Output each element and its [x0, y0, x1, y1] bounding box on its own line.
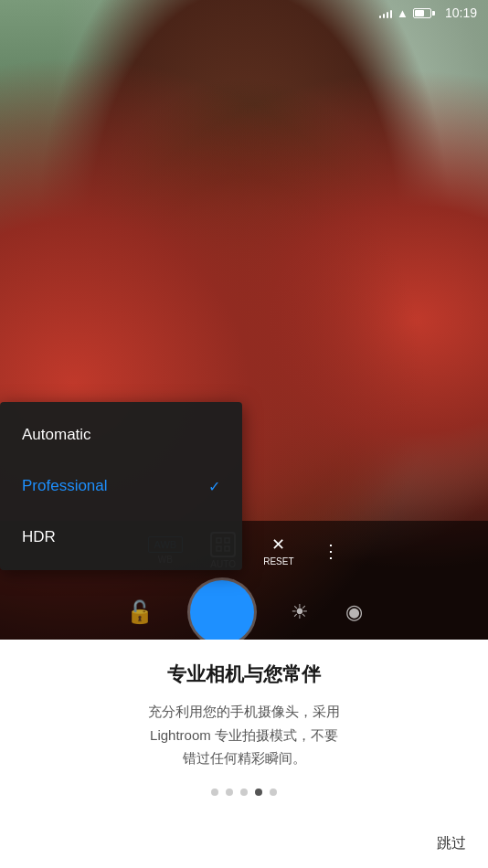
onboarding-description: 充分利用您的手机摄像头，采用Lightroom 专业拍摄模式，不要错过任何精彩瞬…: [148, 700, 340, 770]
camera-controls-bottom: 🔓 ☀ ◉: [0, 577, 488, 640]
lock-icon: 🔓: [126, 599, 154, 624]
reset-label: RESET: [263, 556, 293, 566]
status-time: 10:19: [445, 5, 477, 20]
more-icon: ⋮: [322, 540, 341, 562]
dot-5: [270, 789, 277, 796]
hdr-label: HDR: [22, 528, 56, 546]
onboarding-title: 专业相机与您常伴: [167, 662, 321, 687]
wifi-icon: ▲: [397, 6, 408, 20]
whitebalance-icon: ◉: [345, 600, 363, 623]
dropdown-item-professional[interactable]: Professional ✓: [0, 460, 242, 512]
automatic-label: Automatic: [22, 426, 91, 444]
onboarding-panel: 专业相机与您常伴 充分利用您的手机摄像头，采用Lightroom 专业拍摄模式，…: [0, 640, 488, 868]
lock-button[interactable]: 🔓: [126, 599, 154, 625]
dot-3: [240, 789, 248, 796]
dot-4: [255, 789, 262, 796]
status-icons: ▲ 10:19: [379, 5, 477, 20]
dropdown-item-automatic[interactable]: Automatic: [0, 409, 242, 460]
mode-dropdown: Automatic Professional ✓ HDR: [0, 402, 242, 570]
dot-2: [226, 789, 233, 796]
reset-control[interactable]: ✕ RESET: [263, 535, 293, 566]
close-icon: ✕: [271, 535, 285, 555]
dropdown-item-hdr[interactable]: HDR: [0, 512, 242, 563]
battery-icon: [413, 8, 435, 18]
exposure-button[interactable]: ☀: [291, 600, 309, 624]
sun-icon: ☀: [291, 600, 309, 623]
signal-icon: [379, 8, 392, 18]
wb-button[interactable]: ◉: [345, 600, 363, 624]
professional-label: Professional: [22, 477, 108, 495]
shutter-button[interactable]: [190, 580, 254, 640]
page-dots: [211, 789, 277, 796]
more-control[interactable]: ⋮: [322, 540, 341, 562]
check-icon: ✓: [208, 478, 220, 495]
dot-1: [211, 789, 218, 796]
skip-button[interactable]: 跳过: [437, 834, 466, 853]
status-bar: ▲ 10:19: [0, 0, 488, 26]
